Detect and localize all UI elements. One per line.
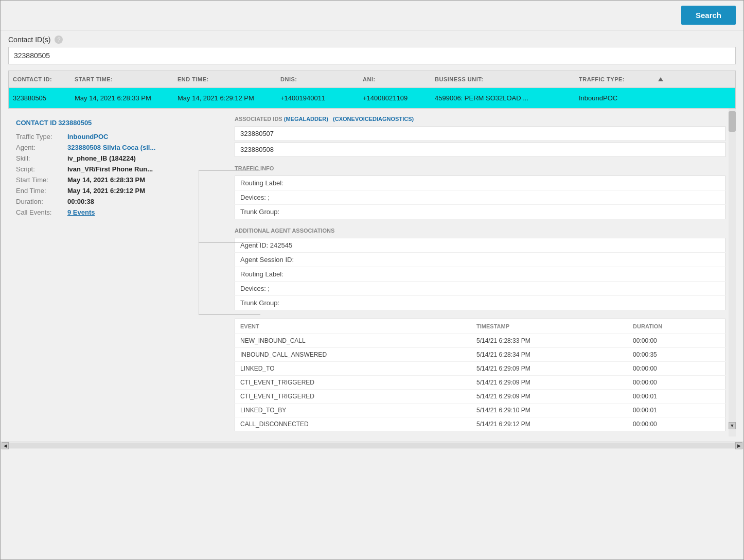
event-row: CTI_EVENT_TRIGGERED 5/14/21 6:29:09 PM 0… — [235, 376, 725, 390]
associated-badge2[interactable]: (CXONEVOICEDIAGNOSTICS) — [333, 116, 414, 122]
agent-row-routing: Routing Label: — [235, 267, 725, 282]
value-call-events[interactable]: 9 Events — [67, 208, 95, 216]
event-row: CALL_DISCONNECTED 5/14/21 6:29:12 PM 00:… — [235, 417, 725, 431]
event-timestamp: 5/14/21 6:29:09 PM — [471, 362, 628, 376]
contact-detail-title: CONTACT ID 323880505 — [16, 119, 217, 127]
agent-row-trunk: Trunk Group: — [235, 296, 725, 310]
agent-routing-label: Routing Label: — [235, 267, 725, 282]
event-name: CTI_EVENT_TRIGGERED — [235, 390, 472, 404]
detail-row-end-time: End Time: May 14, 2021 6:29:12 PM — [16, 187, 217, 195]
event-name: LINKED_TO_BY — [235, 404, 472, 417]
agent-row-session: Agent Session ID: — [235, 253, 725, 267]
col-event: EVENT — [235, 319, 472, 334]
event-timestamp: 5/14/21 6:29:09 PM — [471, 376, 628, 390]
contact-id-label: Contact ID(s) ? — [8, 36, 736, 44]
cell-end-time: May 14, 2021 6:29:12 PM — [173, 88, 276, 108]
col-traffic-type: TRAFFIC TYPE: — [575, 71, 657, 87]
event-duration: 00:00:01 — [628, 404, 725, 417]
right-scrollbar[interactable]: ▼ — [729, 109, 736, 436]
col-start-time: START TIME: — [70, 71, 173, 87]
event-name: NEW_INBOUND_CALL — [235, 334, 472, 348]
main-container: Search Contact ID(s) ? CONTACT ID: START… — [0, 0, 744, 560]
event-duration: 00:00:00 — [628, 417, 725, 431]
label-agent: Agent: — [16, 144, 67, 151]
associated-badge1[interactable]: (MEGALADDER) — [284, 116, 328, 122]
scroll-down-btn[interactable]: ▼ — [729, 422, 736, 429]
value-agent: 323880508 Silvia Coca (sil... — [67, 144, 155, 151]
event-name: LINKED_TO — [235, 362, 472, 376]
event-row: LINKED_TO 5/14/21 6:29:09 PM 00:00:00 — [235, 362, 725, 376]
traffic-info-row-routing: Routing Label: — [235, 176, 725, 190]
event-duration: 00:00:00 — [628, 376, 725, 390]
label-script: Script: — [16, 165, 67, 173]
detail-row-skill: Skill: iv_phone_IB (184224) — [16, 154, 217, 162]
main-content: Contact ID(s) ? CONTACT ID: START TIME: … — [1, 30, 743, 442]
agent-session-label: Agent Session ID: — [235, 253, 725, 267]
events-table-header: EVENT TIMESTAMP DURATION — [235, 319, 725, 334]
agent-devices-label: Devices: ; — [235, 282, 725, 296]
col-ani: ANI: — [359, 71, 431, 87]
event-duration: 00:00:35 — [628, 348, 725, 362]
agent-row-id: Agent ID: 242545 — [235, 238, 725, 253]
col-duration: DURATION — [628, 319, 725, 334]
scroll-right-btn[interactable]: ▶ — [735, 442, 742, 449]
traffic-info-row-devices: Devices: ; — [235, 190, 725, 205]
cell-dnis: +14001940011 — [276, 88, 359, 108]
additional-agent-table: Agent ID: 242545 Agent Session ID: Routi… — [235, 238, 725, 310]
cell-start-time: May 14, 2021 6:28:33 PM — [70, 88, 173, 108]
event-timestamp: 5/14/21 6:28:34 PM — [471, 348, 628, 362]
scroll-left-btn[interactable]: ◀ — [2, 442, 9, 449]
traffic-info-title: TRAFFIC INFO — [235, 165, 725, 171]
value-skill: iv_phone_IB (184224) — [67, 154, 136, 162]
event-row: NEW_INBOUND_CALL 5/14/21 6:28:33 PM 00:0… — [235, 334, 725, 348]
value-duration: 00:00:38 — [67, 198, 94, 205]
agent-trunk-label: Trunk Group: — [235, 296, 725, 310]
search-button[interactable]: Search — [681, 6, 736, 25]
event-timestamp: 5/14/21 6:29:10 PM — [471, 404, 628, 417]
label-start-time: Start Time: — [16, 176, 67, 184]
left-panel: CONTACT ID 323880505 Traffic Type: Inbou… — [8, 109, 224, 436]
value-traffic-type: InboundPOC — [67, 133, 108, 141]
event-name: INBOUND_CALL_ANSWERED — [235, 348, 472, 362]
event-duration: 00:00:01 — [628, 390, 725, 404]
detail-row-call-events: Call Events: 9 Events — [16, 208, 217, 216]
event-name: CTI_EVENT_TRIGGERED — [235, 376, 472, 390]
traffic-routing-label: Routing Label: — [235, 176, 725, 190]
value-script: Ivan_VR/First Phone Run... — [67, 165, 153, 173]
label-end-time: End Time: — [16, 187, 67, 195]
label-call-events: Call Events: — [16, 208, 67, 216]
associated-id-1: 323880507 — [235, 126, 725, 141]
sort-arrow-icon — [658, 77, 663, 81]
label-skill: Skill: — [16, 154, 67, 162]
value-start-time: May 14, 2021 6:28:33 PM — [67, 176, 145, 184]
event-duration: 00:00:00 — [628, 334, 725, 348]
additional-agent-title: ADDITIONAL AGENT ASSOCIATIONS — [235, 227, 725, 234]
contact-id-field-label: Contact ID(s) — [8, 36, 50, 44]
events-table: EVENT TIMESTAMP DURATION NEW_INBOUND_CAL… — [235, 319, 725, 431]
col-business-unit: BUSINESS UNIT: — [431, 71, 575, 87]
bottom-scrollbar[interactable]: ◀ ▶ — [1, 442, 743, 449]
info-icon[interactable]: ? — [55, 36, 63, 44]
agent-row-devices: Devices: ; — [235, 282, 725, 296]
label-duration: Duration: — [16, 198, 67, 205]
col-contact-id: CONTACT ID: — [9, 71, 70, 87]
agent-id-label: Agent ID: 242545 — [235, 238, 725, 253]
detail-row-traffic-type: Traffic Type: InboundPOC — [16, 133, 217, 141]
cell-traffic-type: InboundPOC — [575, 88, 657, 108]
results-table: CONTACT ID: START TIME: END TIME: DNIS: … — [8, 71, 736, 109]
event-row: INBOUND_CALL_ANSWERED 5/14/21 6:28:34 PM… — [235, 348, 725, 362]
table-header: CONTACT ID: START TIME: END TIME: DNIS: … — [9, 71, 735, 88]
event-row: LINKED_TO_BY 5/14/21 6:29:10 PM 00:00:01 — [235, 404, 725, 417]
contact-id-input[interactable] — [8, 47, 736, 64]
horizontal-scroll-track[interactable] — [9, 443, 735, 448]
event-duration: 00:00:00 — [628, 362, 725, 376]
table-row[interactable]: 323880505 May 14, 2021 6:28:33 PM May 14… — [9, 88, 735, 108]
associated-id-2: 323880508 — [235, 142, 725, 157]
col-sort[interactable] — [657, 71, 667, 87]
detail-row-script: Script: Ivan_VR/First Phone Run... — [16, 165, 217, 173]
event-timestamp: 5/14/21 6:28:33 PM — [471, 334, 628, 348]
cell-business-unit: 4599006: PERM SO32LOAD ... — [431, 88, 575, 108]
col-end-time: END TIME: — [173, 71, 276, 87]
col-dnis: DNIS: — [276, 71, 359, 87]
traffic-trunk-label: Trunk Group: — [235, 205, 725, 219]
